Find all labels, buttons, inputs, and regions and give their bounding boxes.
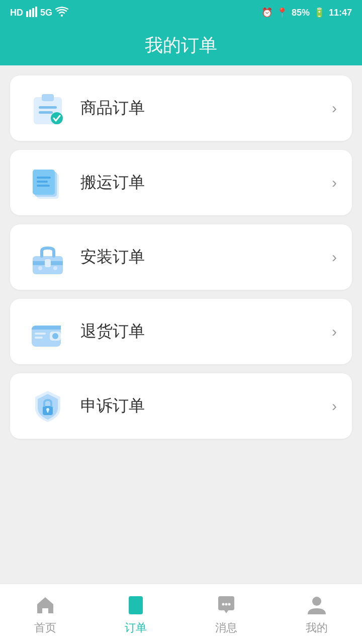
complaint-order-icon [25, 383, 70, 429]
bottom-navigation: 首页 订单 消息 [0, 584, 362, 644]
svg-rect-3 [35, 7, 37, 17]
goods-order-label: 商品订单 [80, 97, 332, 119]
mine-label: 我的 [306, 620, 328, 635]
svg-rect-8 [39, 111, 53, 114]
install-order-arrow: › [332, 249, 337, 266]
nav-mine[interactable]: 我的 [272, 593, 362, 635]
svg-point-36 [312, 597, 321, 606]
message-label: 消息 [215, 620, 237, 635]
svg-rect-24 [35, 333, 46, 335]
order-icon [124, 593, 148, 617]
svg-point-9 [51, 112, 63, 124]
wifi-icon [55, 6, 68, 20]
message-icon [214, 593, 238, 617]
alarm-icon: ⏰ [261, 7, 273, 18]
empty-space [0, 511, 362, 584]
return-order-item[interactable]: 退货订单 › [10, 299, 352, 364]
battery-icon: 🔋 [314, 7, 325, 18]
install-order-item[interactable]: 安装订单 › [10, 224, 352, 290]
svg-point-20 [53, 266, 57, 270]
status-bar: HD 5G ⏰ 📍 85% 🔋 11:47 [0, 0, 362, 25]
mine-icon [305, 593, 329, 617]
install-order-label: 安装订单 [80, 246, 332, 268]
svg-rect-0 [26, 11, 28, 17]
status-left: HD 5G [10, 6, 68, 20]
nav-order[interactable]: 订单 [90, 593, 181, 635]
svg-point-23 [52, 333, 58, 339]
status-right: ⏰ 📍 85% 🔋 11:47 [261, 7, 352, 18]
nav-home[interactable]: 首页 [0, 593, 90, 635]
goods-order-icon [25, 86, 70, 131]
nav-message[interactable]: 消息 [181, 593, 272, 635]
svg-point-34 [225, 603, 228, 605]
order-label: 订单 [125, 620, 147, 635]
svg-rect-13 [37, 177, 51, 179]
svg-rect-18 [45, 259, 51, 267]
page-title: 我的订单 [145, 33, 217, 58]
complaint-order-item[interactable]: 申诉订单 › [10, 373, 352, 439]
complaint-order-arrow: › [332, 397, 337, 415]
svg-point-19 [38, 266, 42, 270]
return-order-icon [25, 309, 70, 354]
svg-point-35 [228, 603, 231, 605]
svg-rect-1 [29, 10, 31, 17]
svg-rect-32 [132, 608, 139, 610]
network-type: 5G [40, 8, 52, 18]
svg-rect-6 [42, 94, 54, 101]
home-icon [33, 593, 57, 617]
svg-rect-31 [132, 605, 138, 606]
moving-order-item[interactable]: 搬运订单 › [10, 150, 352, 215]
goods-order-item[interactable]: 商品订单 › [10, 75, 352, 141]
svg-point-33 [222, 603, 225, 605]
home-label: 首页 [34, 620, 56, 635]
return-order-label: 退货订单 [80, 320, 332, 343]
time: 11:47 [329, 8, 352, 18]
svg-rect-30 [132, 601, 140, 603]
hd-badge: HD [10, 8, 23, 18]
svg-rect-15 [37, 185, 50, 187]
svg-rect-14 [37, 181, 48, 183]
svg-point-4 [61, 15, 63, 17]
battery-text: 85% [292, 8, 310, 18]
page-header: 我的订单 [0, 25, 362, 65]
moving-order-arrow: › [332, 174, 337, 191]
return-order-arrow: › [332, 323, 337, 340]
install-order-icon [25, 234, 70, 280]
svg-rect-28 [47, 410, 49, 413]
moving-order-label: 搬运订单 [80, 172, 332, 194]
svg-rect-7 [39, 106, 57, 109]
location-icon: 📍 [277, 7, 288, 18]
goods-order-arrow: › [332, 100, 337, 117]
svg-rect-2 [32, 8, 34, 17]
complaint-order-label: 申诉订单 [80, 395, 332, 417]
signal-icon [26, 6, 37, 20]
moving-order-icon [25, 160, 70, 205]
main-content: 商品订单 › 搬运订单 › [0, 65, 362, 511]
svg-rect-25 [35, 337, 43, 339]
